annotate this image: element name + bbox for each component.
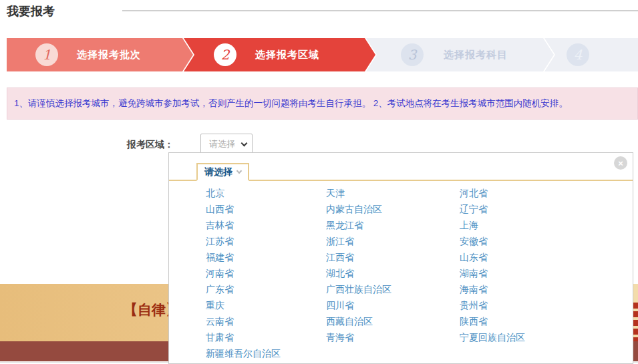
step-4-number-badge: 4: [567, 43, 589, 66]
province-link[interactable]: 山西省: [206, 201, 326, 217]
province-link[interactable]: 江西省: [326, 249, 460, 265]
region-select[interactable]: 请选择: [200, 134, 253, 154]
province-link[interactable]: 甘肃省: [206, 329, 326, 345]
province-link[interactable]: 广东省: [206, 281, 326, 297]
step-1-label: 选择报考批次: [77, 49, 141, 61]
province-link[interactable]: 浙江省: [326, 233, 460, 249]
province-link[interactable]: 安徽省: [460, 233, 620, 249]
region-select-value: 请选择: [201, 138, 242, 150]
notice-banner: 1、请谨慎选择报考城市，避免跨城市参加考试，否则产生的一切问题将由考生自行承担。…: [7, 87, 638, 120]
province-link[interactable]: 吉林省: [206, 217, 326, 233]
wizard-step-3-subject: 3 选择报考科目: [366, 38, 554, 71]
province-link[interactable]: 江苏省: [206, 233, 326, 249]
wizard-step-4: 4: [544, 38, 638, 71]
province-link[interactable]: 西藏自治区: [326, 313, 460, 329]
province-link[interactable]: 上海: [460, 217, 620, 233]
province-link[interactable]: 辽宁省: [460, 201, 620, 217]
tab-please-select[interactable]: 请选择: [196, 163, 249, 181]
banner-clipped-text-fragment: [633, 303, 638, 343]
province-link[interactable]: 湖南省: [460, 265, 620, 281]
province-link[interactable]: 天津: [326, 185, 460, 201]
province-link[interactable]: 云南省: [206, 313, 326, 329]
province-link[interactable]: 黑龙江省: [326, 217, 460, 233]
province-link[interactable]: 河南省: [206, 265, 326, 281]
province-link[interactable]: 陕西省: [460, 313, 620, 329]
province-link[interactable]: 湖北省: [326, 265, 460, 281]
header-divider: [122, 10, 638, 11]
province-link[interactable]: 新疆维吾尔自治区: [206, 345, 326, 361]
wizard-step-2-region[interactable]: 2 选择报考区域: [184, 38, 375, 71]
region-picker-popup: × 请选择 北京天津河北省山西省内蒙古自治区辽宁省吉林省黑龙江省上海江苏省浙江省…: [168, 152, 633, 364]
wizard-step-1-batch[interactable]: 1 选择报考批次: [7, 38, 193, 71]
region-field-label: 报考区域：: [127, 139, 174, 151]
province-link[interactable]: 海南省: [460, 281, 620, 297]
province-link[interactable]: 福建省: [206, 249, 326, 265]
province-link[interactable]: 宁夏回族自治区: [460, 329, 620, 345]
province-grid: 北京天津河北省山西省内蒙古自治区辽宁省吉林省黑龙江省上海江苏省浙江省安徽省福建省…: [206, 185, 620, 361]
province-link[interactable]: 山东省: [460, 249, 620, 265]
popup-tab-bar: 请选择: [169, 153, 633, 181]
province-link[interactable]: 河北省: [460, 185, 620, 201]
province-link[interactable]: 内蒙古自治区: [326, 201, 460, 217]
tab-label: 请选择: [204, 166, 232, 178]
province-link[interactable]: 北京: [206, 185, 326, 201]
step-3-number-badge: 3: [401, 43, 424, 66]
province-link[interactable]: 贵州省: [460, 297, 620, 313]
chevron-down-icon: [241, 140, 248, 146]
province-link[interactable]: 重庆: [206, 297, 326, 313]
step-wizard: 1 选择报考批次 2 选择报考区域 3 选择报考科目 4: [0, 38, 638, 71]
province-link[interactable]: 广西壮族自治区: [326, 281, 460, 297]
province-link[interactable]: 青海省: [326, 329, 460, 345]
step-1-number-badge: 1: [35, 43, 58, 66]
page-title: 我要报考: [7, 3, 55, 19]
step-2-label: 选择报考区域: [255, 49, 319, 61]
step-2-number-badge: 2: [214, 43, 236, 66]
chevron-down-icon: [236, 168, 242, 174]
province-link[interactable]: 四川省: [326, 297, 460, 313]
notice-text: 1、请谨慎选择报考城市，避免跨城市参加考试，否则产生的一切问题将由考生自行承担。…: [14, 98, 568, 110]
step-3-label: 选择报考科目: [444, 49, 508, 61]
